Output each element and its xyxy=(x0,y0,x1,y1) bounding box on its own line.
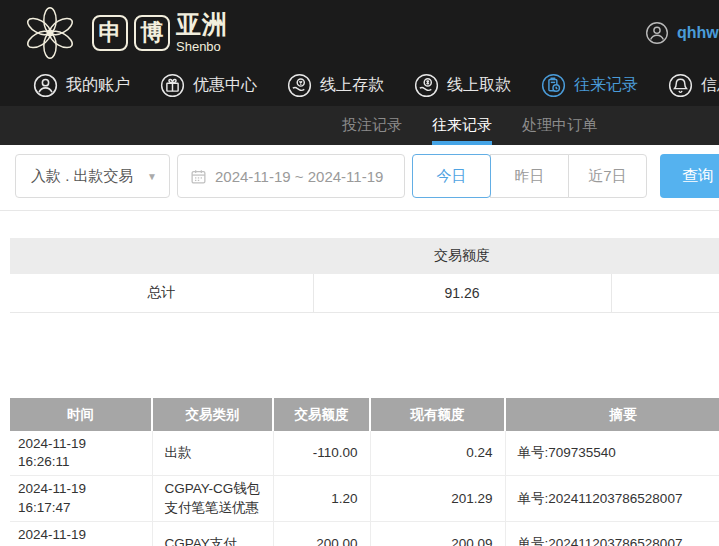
col-time: 时间 xyxy=(10,398,152,431)
logo-char-shen: 申 xyxy=(92,15,128,51)
date-range-value: 2024-11-19 ~ 2024-11-19 xyxy=(215,168,383,185)
nav-item-promotions[interactable]: 优惠中心 xyxy=(160,73,257,98)
filter-bar: 入款 . 出款交易 ▼ 2024-11-19 ~ 2024-11-19 今日 昨… xyxy=(0,145,719,211)
tab-pending-orders[interactable]: 处理中订单 xyxy=(522,106,597,145)
nav-label: 优惠中心 xyxy=(193,75,257,96)
logo-region-cn: 亚洲 xyxy=(176,12,228,37)
cell-time: 2024-11-19 16:26:11 xyxy=(10,431,152,476)
summary-total-row: 总计 91.26 xyxy=(10,274,719,312)
cell-amount: 200.00 xyxy=(273,521,370,546)
logo-region: 亚洲 Shenbo xyxy=(176,12,228,53)
yesterday-button[interactable]: 昨日 xyxy=(490,154,569,198)
cell-amount: 1.20 xyxy=(273,476,370,521)
cell-summary: 单号:202411203786528007 xyxy=(505,476,719,521)
nav-label: 线上存款 xyxy=(320,75,384,96)
summary-empty-cell xyxy=(611,274,719,312)
user-avatar-icon xyxy=(645,21,669,45)
summary-header-amount: 交易额度 xyxy=(313,238,611,274)
nav-item-transactions[interactable]: 往来记录 xyxy=(541,73,638,98)
cell-balance: 0.24 xyxy=(370,431,505,476)
quick-date-buttons: 今日 昨日 近7日 xyxy=(412,154,647,198)
nav-item-messages[interactable]: 信息 xyxy=(668,73,719,98)
top-header: 申 博 亚洲 Shenbo qhhw xyxy=(0,0,719,65)
cell-amount: -110.00 xyxy=(273,431,370,476)
transaction-type-select[interactable]: 入款 . 出款交易 ▼ xyxy=(15,154,170,198)
logo-region-en: Shenbo xyxy=(176,40,228,53)
cell-type: CGPAY支付 xyxy=(152,521,273,546)
calendar-icon xyxy=(190,168,207,185)
cell-balance: 201.29 xyxy=(370,476,505,521)
col-balance: 现有额度 xyxy=(370,398,505,431)
chevron-down-icon: ▼ xyxy=(147,171,157,182)
transactions-table: 时间 交易类别 交易额度 现有额度 摘要 2024-11-19 16:26:11… xyxy=(10,398,719,546)
cell-time: 2024-11-19 16:17:47 xyxy=(10,476,152,521)
cell-summary: 单号:709735540 xyxy=(505,431,719,476)
summary-header-row: 交易额度 xyxy=(10,238,719,274)
summary-table: 交易额度 总计 91.26 xyxy=(10,238,719,313)
nav-label: 往来记录 xyxy=(574,75,638,96)
col-type: 交易类别 xyxy=(152,398,273,431)
main-nav: 我的账户 优惠中心 线上存款 xyxy=(0,65,719,106)
withdraw-icon xyxy=(414,73,439,98)
nav-label: 我的账户 xyxy=(66,75,130,96)
brand-logo[interactable]: 申 博 亚洲 Shenbo xyxy=(0,5,228,61)
date-range-input[interactable]: 2024-11-19 ~ 2024-11-19 xyxy=(177,154,405,198)
table-header-row: 时间 交易类别 交易额度 现有额度 摘要 xyxy=(10,398,719,431)
nav-item-withdraw[interactable]: 线上取款 xyxy=(414,73,511,98)
tab-transaction-records[interactable]: 往来记录 xyxy=(432,106,492,145)
summary-header-empty xyxy=(10,238,313,274)
bell-icon xyxy=(668,73,693,98)
nav-label: 线上取款 xyxy=(447,75,511,96)
gift-icon xyxy=(160,73,185,98)
table-row: 2024-11-19 16:17:47 CGPAY支付 200.00 200.0… xyxy=(10,521,719,546)
table-row: 2024-11-19 16:26:11 出款 -110.00 0.24 单号:7… xyxy=(10,431,719,476)
username[interactable]: qhhw xyxy=(677,24,719,42)
table-row: 2024-11-19 16:17:47 CGPAY-CG钱包支付笔笔送优惠 1.… xyxy=(10,476,719,521)
flower-logo-icon xyxy=(14,5,86,61)
col-summary: 摘要 xyxy=(505,398,719,431)
nav-label: 信息 xyxy=(701,75,719,96)
nav-item-deposit[interactable]: 线上存款 xyxy=(287,73,384,98)
records-icon xyxy=(541,73,566,98)
today-button[interactable]: 今日 xyxy=(412,154,491,198)
col-amount: 交易额度 xyxy=(273,398,370,431)
logo-char-bo: 博 xyxy=(134,15,170,51)
page: 申 博 亚洲 Shenbo qhhw 我的账户 xyxy=(0,0,719,546)
cell-balance: 200.09 xyxy=(370,521,505,546)
tab-betting-records[interactable]: 投注记录 xyxy=(342,106,402,145)
summary-total-label: 总计 xyxy=(10,274,313,312)
cell-type: CGPAY-CG钱包支付笔笔送优惠 xyxy=(152,476,273,521)
cell-time: 2024-11-19 16:17:47 xyxy=(10,521,152,546)
user-account[interactable]: qhhw xyxy=(645,0,719,65)
transaction-type-value: 入款 . 出款交易 xyxy=(31,167,134,186)
cell-type: 出款 xyxy=(152,431,273,476)
cell-summary: 单号:202411203786528007 xyxy=(505,521,719,546)
nav-item-my-account[interactable]: 我的账户 xyxy=(33,73,130,98)
last7days-button[interactable]: 近7日 xyxy=(568,154,647,198)
deposit-icon xyxy=(287,73,312,98)
summary-total-value: 91.26 xyxy=(313,274,611,312)
summary-header-empty2 xyxy=(611,238,719,274)
record-tabs: 投注记录 往来记录 处理中订单 xyxy=(0,106,719,145)
user-icon xyxy=(33,73,58,98)
query-button[interactable]: 查询 xyxy=(660,154,719,198)
